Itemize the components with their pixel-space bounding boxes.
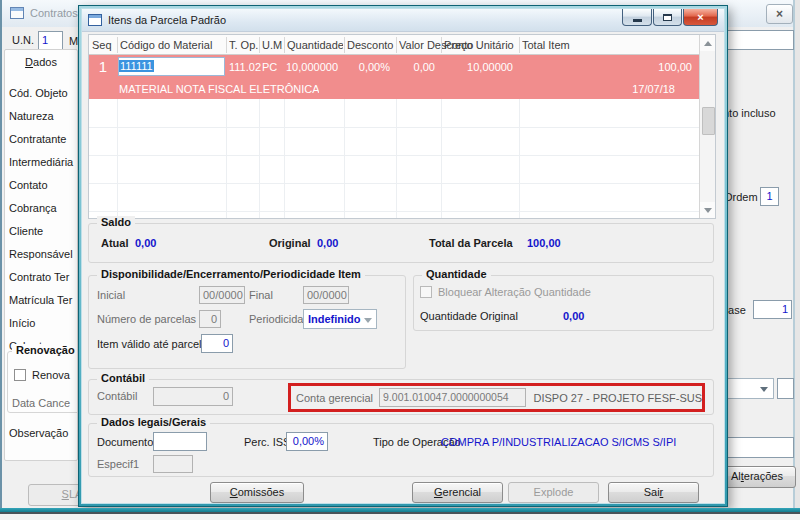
- conta-gerencial-label: Conta gerencial: [296, 392, 373, 404]
- maximize-button[interactable]: [653, 9, 682, 26]
- contabil-input: 0: [153, 387, 233, 406]
- sidebar-item-natureza: Natureza: [9, 110, 54, 122]
- renovacao-checkbox[interactable]: [14, 369, 26, 381]
- row-valor-desconto: 0,00: [396, 55, 435, 79]
- perc-iss-input[interactable]: 0,00%: [286, 432, 328, 451]
- perc-iss-label: Perc. ISS: [244, 436, 290, 448]
- codigo-material-editbox[interactable]: 111111: [118, 57, 225, 76]
- scroll-up-button[interactable]: [700, 35, 715, 51]
- row-total-item: 100,00: [519, 55, 692, 79]
- ordem-value: 1: [766, 190, 772, 202]
- codigo-material-selected-text: 111111: [119, 60, 154, 72]
- row-um: PC: [262, 55, 277, 79]
- minimize-icon: [633, 19, 642, 22]
- item-valido-label: Item válido até parcela: [97, 338, 208, 350]
- un-suffix-text: M: [69, 35, 78, 47]
- itens-parcela-dialog: Itens da Parcela Padrão × Seq: [78, 5, 728, 507]
- observacao-label: Observação: [9, 427, 68, 439]
- total-parcela-label: Total da Parcela: [429, 237, 513, 249]
- screen: { "colors": { "selected_row": "#f18d8d",…: [0, 0, 800, 520]
- original-label: Original: [269, 237, 311, 249]
- close-button[interactable]: ×: [683, 9, 718, 26]
- gerencial-button[interactable]: Gerencial: [412, 482, 503, 503]
- documento-input[interactable]: [153, 432, 207, 451]
- dialog-title: Itens da Parcela Padrão: [108, 14, 226, 26]
- row-desconto: 0,00%: [344, 55, 390, 79]
- explode-button[interactable]: Explode: [508, 482, 599, 503]
- scrollbar-thumb[interactable]: [702, 107, 715, 135]
- disponibilidade-group-title: Disponibilidade/Encerramento/Periodicida…: [97, 268, 365, 280]
- col-header-seq[interactable]: Seq: [92, 35, 116, 55]
- quantidade-group: Quantidade Bloquear Alteração Quantidade…: [413, 275, 714, 331]
- col-header-quantidade[interactable]: Quantidade: [287, 35, 343, 55]
- chevron-down-icon: [364, 318, 372, 323]
- bloquear-checkbox: [420, 286, 432, 298]
- right-lower-input[interactable]: [726, 437, 794, 458]
- ordem-input[interactable]: 1: [760, 187, 779, 206]
- sidebar-item-cliente: Cliente: [9, 225, 43, 237]
- inicial-input: 00/0000: [199, 286, 245, 304]
- table-scrollbar[interactable]: [699, 35, 715, 218]
- sidebar-item-inicio: Início: [9, 317, 35, 329]
- contabil-group-title: Contábil: [97, 372, 149, 384]
- col-header-um[interactable]: U.M.: [262, 35, 283, 55]
- sidebar-item-cobranca: Cobrança: [9, 202, 57, 214]
- row-descricao: MATERIAL NOTA FISCAL ELETRÔNICA: [119, 79, 319, 99]
- un-input[interactable]: 1: [38, 31, 63, 50]
- sidebar-item-contrato-ter: Contrato Ter: [9, 271, 69, 283]
- bloquear-checkbox-label: Bloquear Alteração Quantidade: [438, 286, 591, 298]
- col-header-codigo[interactable]: Código do Material: [120, 35, 224, 55]
- saldo-group: Saldo Atual 0,00 Original 0,00 Total da …: [88, 223, 714, 263]
- desktop-edge: [0, 514, 800, 520]
- dialog-titlebar[interactable]: Itens da Parcela Padrão ×: [82, 9, 724, 32]
- row-seq: 1: [89, 55, 117, 79]
- col-header-top[interactable]: T. Op.: [229, 35, 258, 55]
- contratos-title: Contratos: [30, 7, 78, 19]
- base-input[interactable]: 1: [753, 300, 792, 319]
- numero-parcelas-label: Número de parcelas: [97, 313, 196, 325]
- col-header-total-item[interactable]: Total Item: [522, 35, 622, 55]
- row-top: 111.02: [229, 55, 261, 79]
- close-icon: ×: [776, 7, 783, 21]
- quantidade-group-title: Quantidade: [422, 268, 491, 280]
- alteracoes-button[interactable]: Alterações: [718, 466, 796, 488]
- minimize-button[interactable]: [622, 9, 652, 26]
- comissoes-button[interactable]: Comissões: [210, 482, 304, 503]
- right-combo-side-field[interactable]: [777, 378, 794, 399]
- table-row-selected[interactable]: 1 111111 111.02 PC 10,000000 0,00% 0,00 …: [89, 55, 699, 79]
- contratos-close-button[interactable]: ×: [766, 4, 793, 24]
- tipo-operacao-value: COMPRA P/INDUSTRIALIZACAO S/ICMS S/IPI: [441, 436, 676, 448]
- row-data: 17/07/18: [519, 79, 675, 99]
- conta-gerencial-descricao: DISPO 27 - PROJETO FESF-SUS: [534, 392, 703, 404]
- dados-tab-panel: Dados Cód. Objeto Natureza Contratante I…: [4, 49, 78, 461]
- incluso-label: nto incluso: [723, 107, 776, 119]
- row-quantidade: 10,000000: [284, 55, 338, 79]
- maximize-icon: [663, 14, 672, 21]
- un-value: 1: [42, 34, 48, 46]
- original-value: 0,00: [317, 237, 338, 249]
- numero-parcelas-input: 0: [199, 310, 221, 328]
- row-preco-unitario: 10,00000: [441, 55, 513, 79]
- quantidade-original-value: 0,00: [563, 310, 584, 322]
- final-input: 00/0000: [303, 286, 349, 304]
- periodicidade-value: Indefinido: [308, 313, 361, 325]
- sidebar-item-contato: Contato: [9, 179, 48, 191]
- renovacao-group: Renovação Renova Data Cance: [7, 351, 78, 413]
- table-row-selected-desc[interactable]: MATERIAL NOTA FISCAL ELETRÔNICA 17/07/18: [89, 79, 699, 99]
- sair-button[interactable]: Sair: [608, 482, 699, 503]
- disponibilidade-group: Disponibilidade/Encerramento/Periodicida…: [88, 275, 406, 369]
- col-header-preco-unitario[interactable]: Preço Unitário: [444, 35, 518, 55]
- item-valido-input[interactable]: 0: [201, 334, 233, 353]
- col-header-desconto[interactable]: Desconto: [347, 35, 395, 55]
- items-table: Seq Código do Material T. Op. U.M. Quant…: [88, 34, 716, 219]
- contabil-label: Contábil: [97, 390, 137, 402]
- scroll-down-button[interactable]: [700, 202, 715, 218]
- sidebar-item-intermediaria: Intermediária: [9, 156, 73, 168]
- inicial-label: Inicial: [97, 289, 125, 301]
- tab-dados[interactable]: Dados: [5, 56, 77, 68]
- quantidade-original-label: Quantidade Original: [420, 310, 518, 322]
- contabil-group: Contábil Contábil 0 Conta gerencial 9.00…: [88, 379, 714, 415]
- scroll-up-icon: [704, 41, 712, 46]
- chevron-down-icon: [760, 387, 768, 392]
- periodicidade-combo[interactable]: Indefinido: [303, 309, 377, 329]
